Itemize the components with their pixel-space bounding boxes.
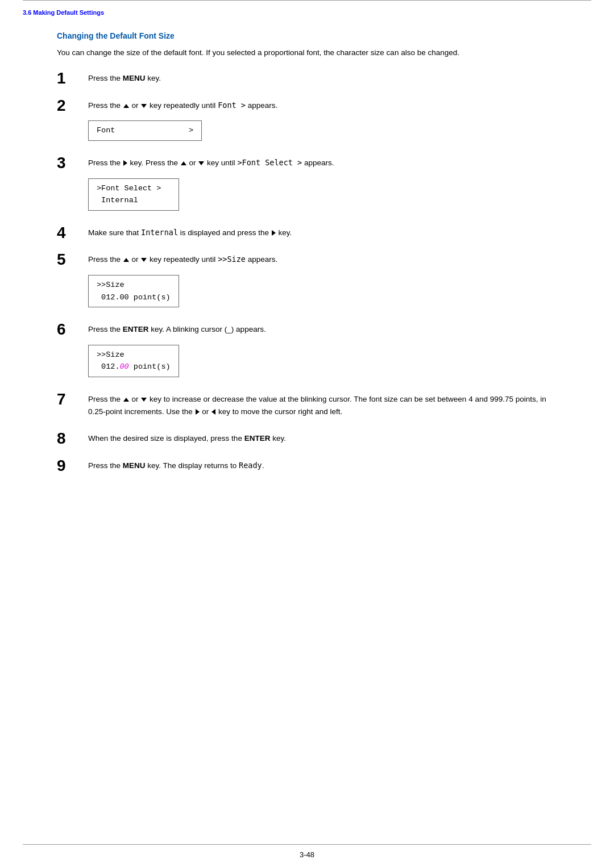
step-3: 3 Press the key. Press the or key until … — [57, 157, 557, 216]
triangle-right-icon — [123, 160, 127, 166]
step-1-text: Press the MENU key. — [88, 72, 557, 85]
triangle-up-icon-7 — [123, 398, 129, 402]
page-number: 3-48 — [300, 850, 314, 859]
step-9-num: 9 — [57, 457, 88, 475]
step-7: 7 Press the or key to increase or decrea… — [57, 393, 557, 422]
step-6-body: Press the ENTER key. A blinking cursor (… — [88, 323, 557, 383]
lcd-display-5: >>Size 012.00 point(s) — [88, 275, 179, 307]
triangle-left-icon-7 — [211, 409, 215, 415]
triangle-right-icon-4 — [272, 230, 276, 236]
step-3-num: 3 — [57, 155, 88, 172]
step-6-num: 6 — [57, 321, 88, 339]
step-9-text: Press the MENU key. The display returns … — [88, 460, 557, 472]
step-4-body: Make sure that Internal is displayed and… — [88, 227, 557, 244]
triangle-down-icon-5 — [141, 258, 147, 262]
triangle-up-icon-5 — [123, 258, 129, 262]
main-content: Changing the Default Font Size You can c… — [0, 20, 614, 671]
step-1-num: 1 — [57, 70, 88, 87]
step-7-body: Press the or key to increase or decrease… — [88, 393, 557, 422]
triangle-down-icon — [141, 104, 147, 108]
step-4-num: 4 — [57, 224, 88, 242]
menu-key-label-9: MENU — [123, 461, 146, 470]
page: 3.6 Making Default Settings Changing the… — [0, 0, 614, 868]
section-title: Changing the Default Font Size — [57, 31, 557, 40]
menu-key-label: MENU — [123, 74, 146, 82]
triangle-right-icon-7 — [196, 409, 200, 415]
step-5-body: Press the or key repeatedly until >>Size… — [88, 253, 557, 313]
step-9-body: Press the MENU key. The display returns … — [88, 460, 557, 477]
section-label: 3.6 Making Default Settings — [23, 9, 104, 16]
step-7-num: 7 — [57, 391, 88, 408]
lcd-display-3: >Font Select > Internal — [88, 178, 179, 211]
step-4-text: Make sure that Internal is displayed and… — [88, 227, 557, 239]
triangle-up-icon-3 — [181, 161, 186, 165]
page-footer: 3-48 — [0, 845, 614, 868]
step-5-text: Press the or key repeatedly until >>Size… — [88, 253, 557, 266]
step-2-body: Press the or key repeatedly until Font >… — [88, 99, 557, 147]
step-4: 4 Make sure that Internal is displayed a… — [57, 227, 557, 244]
triangle-up-icon — [123, 104, 129, 108]
step-1-body: Press the MENU key. — [88, 72, 557, 89]
lcd-display-6: >>Size 012.00 point(s) — [88, 345, 179, 377]
step-5: 5 Press the or key repeatedly until >>Si… — [57, 253, 557, 313]
cursor-highlight: 00 — [120, 362, 129, 371]
step-4-code: Internal — [141, 228, 178, 237]
triangle-down-icon-7 — [141, 398, 147, 402]
triangle-down-icon-3 — [198, 161, 204, 165]
enter-key-label-6: ENTER — [123, 325, 149, 333]
step-6-text: Press the ENTER key. A blinking cursor (… — [88, 323, 557, 336]
step-5-code: >>Size — [218, 254, 246, 264]
step-8-text: When the desired size is displayed, pres… — [88, 432, 557, 445]
step-5-num: 5 — [57, 251, 88, 269]
step-9-code: Ready — [239, 461, 262, 470]
step-2: 2 Press the or key repeatedly until Font… — [57, 99, 557, 147]
step-9: 9 Press the MENU key. The display return… — [57, 460, 557, 477]
intro-paragraph: You can change the size of the default f… — [57, 47, 557, 59]
step-8: 8 When the desired size is displayed, pr… — [57, 432, 557, 449]
step-2-text: Press the or key repeatedly until Font >… — [88, 99, 557, 112]
step-7-text: Press the or key to increase or decrease… — [88, 393, 557, 418]
step-3-body: Press the key. Press the or key until >F… — [88, 157, 557, 216]
step-3-text: Press the key. Press the or key until >F… — [88, 157, 557, 169]
step-1: 1 Press the MENU key. — [57, 72, 557, 89]
step-8-body: When the desired size is displayed, pres… — [88, 432, 557, 449]
enter-key-label-8: ENTER — [244, 434, 271, 443]
step-2-code: Font > — [218, 101, 246, 110]
step-2-num: 2 — [57, 97, 88, 115]
step-8-num: 8 — [57, 430, 88, 448]
step-6: 6 Press the ENTER key. A blinking cursor… — [57, 323, 557, 383]
step-3-code: >Font Select > — [237, 158, 302, 167]
lcd-display-2: Font > — [88, 120, 202, 141]
steps-list: 1 Press the MENU key. 2 Press the or key… — [57, 72, 557, 486]
page-header: 3.6 Making Default Settings — [0, 1, 614, 20]
